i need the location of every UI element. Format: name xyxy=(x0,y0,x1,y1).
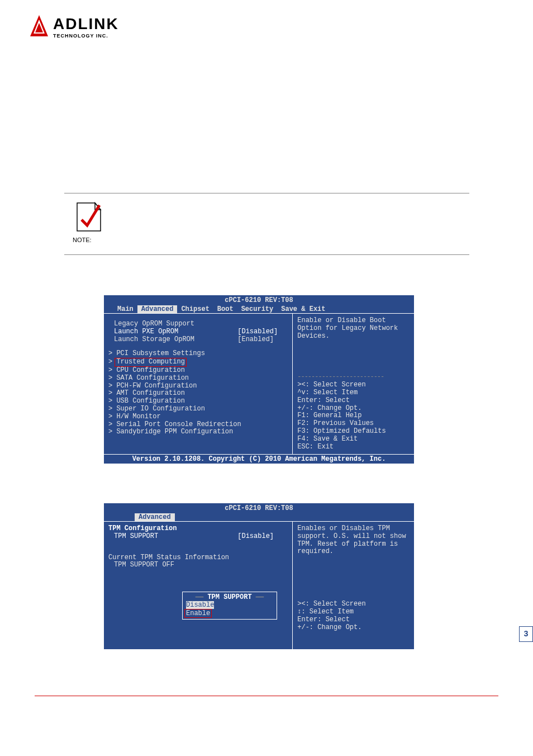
submenu-cpu[interactable]: > CPU Configuration xyxy=(108,367,288,375)
tpm-config-heading: TPM Configuration xyxy=(108,525,288,533)
tpm-support-label: TPM SUPPORT xyxy=(114,533,237,541)
tpm-status-line: TPM SUPPORT OFF xyxy=(108,561,288,569)
submenu-usb[interactable]: > USB Configuration xyxy=(108,398,288,405)
popup-title: —— TPM SUPPORT —— xyxy=(186,593,273,601)
bios-right-panel: Enables or Disables TPM support. O.S. wi… xyxy=(293,522,414,649)
submenu-trusted-computing[interactable]: > Trusted Computing xyxy=(108,358,288,367)
launch-storage-oprom-row[interactable]: Launch Storage OpROM [Enabled] xyxy=(108,336,288,344)
menu-advanced[interactable]: Advanced xyxy=(137,305,178,313)
logo-main-text: ADLINK xyxy=(53,15,119,33)
tpm-support-value: [Disable] xyxy=(237,533,288,541)
submenu-sata[interactable]: > SATA Configuration xyxy=(108,375,288,382)
key-hint: F3: Optimized Defaults xyxy=(297,428,410,436)
tpm-support-row[interactable]: TPM SUPPORT [Disable] xyxy=(108,533,288,541)
context-help: Enables or Disables TPM support. O.S. wi… xyxy=(297,525,410,556)
bios-title: cPCI-6210 REV:T08 xyxy=(104,295,414,305)
storage-value: [Enabled] xyxy=(237,336,288,344)
context-help: Enable or Disable Boot Option for Legacy… xyxy=(297,317,410,340)
bios-top-menu: Advanced xyxy=(104,513,414,521)
menu-advanced[interactable]: Advanced xyxy=(135,513,175,521)
menu-boot[interactable]: Boot xyxy=(213,305,237,313)
menu-main[interactable]: Main xyxy=(113,305,137,313)
key-hint: ↕: Select Item xyxy=(297,608,410,616)
page-indicator: 3 xyxy=(519,626,533,642)
menu-chipset[interactable]: Chipset xyxy=(177,305,213,313)
separator: ------------------------- xyxy=(297,374,410,381)
bios-left-panel: Legacy OpROM Support Launch PXE OpROM [D… xyxy=(104,314,293,454)
logo-mark-icon xyxy=(28,14,50,39)
submenu-serial-console[interactable]: > Serial Port Console Redirection xyxy=(108,421,288,429)
key-hint: F2: Previous Values xyxy=(297,420,410,428)
tpm-status-heading: Current TPM Status Information xyxy=(108,554,288,562)
key-hint: F4: Save & Exit xyxy=(297,436,410,443)
divider xyxy=(64,254,469,255)
menu-security[interactable]: Security xyxy=(237,305,278,313)
key-hint: ESC: Exit xyxy=(297,443,410,451)
pxe-label: Launch PXE OpROM xyxy=(114,328,237,336)
popup-option-disable[interactable]: Disable xyxy=(186,601,273,609)
submenu-pch-fw[interactable]: > PCH-FW Configuration xyxy=(108,382,288,390)
key-hint: F1: General Help xyxy=(297,412,410,420)
tpm-support-popup: —— TPM SUPPORT —— Disable Enable xyxy=(182,592,277,620)
pxe-value: [Disabled] xyxy=(237,328,288,336)
launch-pxe-oprom-row[interactable]: Launch PXE OpROM [Disabled] xyxy=(108,328,288,336)
bios-top-menu: Main Advanced Chipset Boot Security Save… xyxy=(104,305,414,313)
storage-label: Launch Storage OpROM xyxy=(114,336,237,344)
bios-right-panel: Enable or Disable Boot Option for Legacy… xyxy=(293,314,414,454)
submenu-sandybridge[interactable]: > Sandybridge PPM Configuration xyxy=(108,428,288,436)
submenu-pci[interactable]: > PCI Subsystem Settings xyxy=(108,350,288,358)
note-label: NOTE: xyxy=(73,237,92,243)
popup-option-enable[interactable]: Enable xyxy=(186,609,273,618)
divider xyxy=(64,193,469,193)
key-hint: ><: Select Screen xyxy=(297,381,410,389)
key-hint: +/-: Change Opt. xyxy=(297,624,410,632)
bios-title: cPCI-6210 REV:T08 xyxy=(104,503,414,513)
bios-setup-screen-1: cPCI-6210 REV:T08 Main Advanced Chipset … xyxy=(104,295,414,464)
brand-logo: ADLINK TECHNOLOGY INC. xyxy=(28,14,119,39)
submenu-amt[interactable]: > AMT Configuration xyxy=(108,390,288,398)
key-hint: ^v: Select Item xyxy=(297,389,410,397)
logo-sub-text: TECHNOLOGY INC. xyxy=(53,33,119,39)
submenu-hw-monitor[interactable]: > H/W Monitor xyxy=(108,413,288,421)
legacy-oprom-heading: Legacy OpROM Support xyxy=(108,320,288,328)
key-hint: +/-: Change Opt. xyxy=(297,405,410,413)
footer-divider xyxy=(35,696,498,696)
bios-left-panel: TPM Configuration TPM SUPPORT [Disable] … xyxy=(104,522,293,649)
note-icon xyxy=(73,199,103,234)
menu-save-exit[interactable]: Save & Exit xyxy=(277,305,329,313)
key-hint: Enter: Select xyxy=(297,616,410,624)
bios-footer: Version 2.10.1208. Copyright (C) 2010 Am… xyxy=(104,455,414,464)
bios-setup-screen-2: cPCI-6210 REV:T08 Advanced TPM Configura… xyxy=(104,503,414,650)
submenu-super-io[interactable]: > Super IO Configuration xyxy=(108,405,288,413)
key-hint: Enter: Select xyxy=(297,397,410,405)
key-hint: ><: Select Screen xyxy=(297,601,410,608)
